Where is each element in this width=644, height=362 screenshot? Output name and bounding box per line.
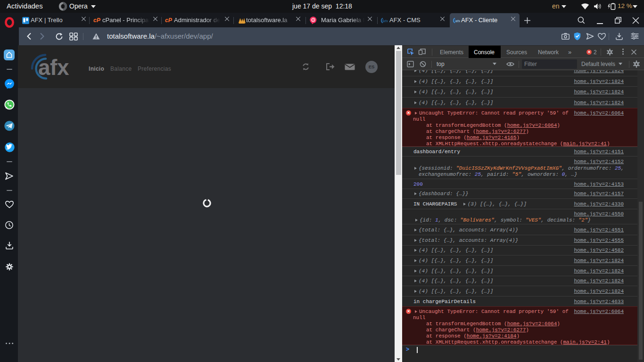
svg-text:afx: afx: [455, 19, 460, 23]
svg-text:afx: afx: [383, 19, 388, 23]
